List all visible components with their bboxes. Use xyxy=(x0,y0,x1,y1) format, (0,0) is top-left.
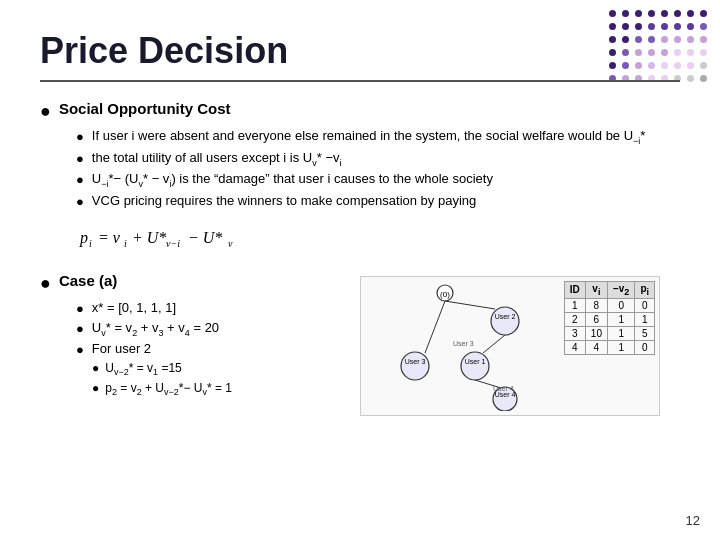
sub-bullet-icon-2-1: ● xyxy=(76,301,84,316)
svg-point-12 xyxy=(461,352,489,380)
sub-bullet-2-2: ● Uv* = v2 + v3 + v4 = 20 xyxy=(76,320,340,338)
table-header-id: ID xyxy=(564,281,585,298)
svg-line-19 xyxy=(425,301,445,353)
network-graph-svg: (0) User 2 User 1 User 3 User 4 xyxy=(365,281,535,411)
sub-bullet-text-1-1: If user i were absent and everyone else … xyxy=(92,128,646,146)
table-header-pi: pi xyxy=(635,281,655,298)
ss-icon-1: ● xyxy=(92,361,99,375)
svg-text:i: i xyxy=(124,238,127,249)
formula-svg: p i = v i + U* v−i − U* v xyxy=(76,219,276,255)
sub-bullet-1-4: ● VCG pricing requires the winners to ma… xyxy=(76,193,680,209)
page-number: 12 xyxy=(686,513,700,528)
cell-x2-1: 0 xyxy=(607,298,634,312)
svg-text:User 3: User 3 xyxy=(453,340,474,347)
table-header-vi: vi xyxy=(585,281,607,298)
sub-bullet-icon-2-2: ● xyxy=(76,321,84,336)
main-bullet-1: ● Social Opportunity Cost xyxy=(40,100,680,122)
cell-vi-3: 10 xyxy=(585,326,607,340)
cell-x2-3: 1 xyxy=(607,326,634,340)
main-bullet-label-1: Social Opportunity Cost xyxy=(59,100,231,117)
sub-bullet-text-2-2: Uv* = v2 + v3 + v4 = 20 xyxy=(92,320,219,338)
svg-text:+ U*: + U* xyxy=(132,229,166,246)
svg-text:i: i xyxy=(89,238,92,249)
svg-text:= v: = v xyxy=(98,229,121,246)
section-social-opportunity-cost: ● Social Opportunity Cost ● If user i we… xyxy=(40,100,680,258)
svg-text:p: p xyxy=(79,229,88,247)
sub-bullet-1-3: ● U−i*− (Uv* − vi) is the “damage” that … xyxy=(76,171,680,189)
case-a-diagram: (0) User 2 User 1 User 3 User 4 xyxy=(360,272,680,416)
sub-bullet-2-3: ● For user 2 xyxy=(76,341,340,357)
svg-text:v−i: v−i xyxy=(166,238,180,249)
case-a-text: ● Case (a) ● x* = [0, 1, 1, 1] ● Uv* = v… xyxy=(40,272,340,416)
cell-id-2: 2 xyxy=(564,312,585,326)
sub-bullet-text-2-1: x* = [0, 1, 1, 1] xyxy=(92,300,176,315)
svg-text:User 4: User 4 xyxy=(495,391,516,398)
cell-vi-2: 6 xyxy=(585,312,607,326)
case-diagram-box: (0) User 2 User 1 User 3 User 4 xyxy=(360,276,660,416)
svg-text:v: v xyxy=(228,238,233,249)
svg-point-14 xyxy=(401,352,429,380)
svg-text:User 3: User 3 xyxy=(405,358,426,365)
ss-text-2: p2 = v2 + Uv−2*− Uv* = 1 xyxy=(105,381,232,397)
formula-block: p i = v i + U* v−i − U* v xyxy=(76,219,680,258)
svg-text:User 2: User 2 xyxy=(495,313,516,320)
cell-pi-2: 1 xyxy=(635,312,655,326)
sub-bullet-1-1: ● If user i were absent and everyone els… xyxy=(76,128,680,146)
cell-id-1: 1 xyxy=(564,298,585,312)
cell-vi-1: 8 xyxy=(585,298,607,312)
svg-line-20 xyxy=(483,335,505,353)
cell-id-3: 3 xyxy=(564,326,585,340)
cell-pi-3: 5 xyxy=(635,326,655,340)
table-row: 1 8 0 0 xyxy=(564,298,654,312)
sub-bullets-2: ● x* = [0, 1, 1, 1] ● Uv* = v2 + v3 + v4… xyxy=(76,300,340,358)
main-bullet-label-2: Case (a) xyxy=(59,272,117,289)
cell-id-4: 4 xyxy=(564,340,585,354)
svg-text:− U*: − U* xyxy=(188,229,222,246)
table-row: 3 10 1 5 xyxy=(564,326,654,340)
main-bullet-2: ● Case (a) xyxy=(40,272,340,294)
main-bullet-icon-1: ● xyxy=(40,101,51,122)
slide-title: Price Decision xyxy=(40,30,680,82)
cell-pi-1: 0 xyxy=(635,298,655,312)
sub-sub-bullet-1: ● Uv−2* = v1 =15 xyxy=(92,361,340,377)
sub-bullet-icon-1-3: ● xyxy=(76,172,84,187)
ss-text-1: Uv−2* = v1 =15 xyxy=(105,361,182,377)
sub-bullets-1: ● If user i were absent and everyone els… xyxy=(76,128,680,209)
sub-bullet-1-2: ● the total utility of all users except … xyxy=(76,150,680,168)
slide-container: Price Decision ● Social Opportunity Cost… xyxy=(0,0,720,540)
svg-text:User 1: User 1 xyxy=(465,358,486,365)
svg-text:User 4: User 4 xyxy=(493,385,514,392)
sub-bullet-text-2-3: For user 2 xyxy=(92,341,151,356)
table-header-x2: −v2 xyxy=(607,281,634,298)
ss-icon-2: ● xyxy=(92,381,99,395)
svg-line-18 xyxy=(445,301,495,309)
case-a-table: ID vi −v2 pi 1 8 0 0 xyxy=(564,281,655,355)
sub-bullet-icon-1-4: ● xyxy=(76,194,84,209)
sub-bullet-2-1: ● x* = [0, 1, 1, 1] xyxy=(76,300,340,316)
cell-vi-4: 4 xyxy=(585,340,607,354)
sub-bullet-icon-2-3: ● xyxy=(76,342,84,357)
sub-sub-bullets: ● Uv−2* = v1 =15 ● p2 = v2 + Uv−2*− Uv* … xyxy=(92,361,340,397)
sub-bullet-text-1-3: U−i*− (Uv* − vi) is the “damage” that us… xyxy=(92,171,493,189)
svg-text:(0): (0) xyxy=(440,290,450,299)
table-row: 4 4 1 0 xyxy=(564,340,654,354)
cell-x2-2: 1 xyxy=(607,312,634,326)
section-case-a-container: ● Case (a) ● x* = [0, 1, 1, 1] ● Uv* = v… xyxy=(40,272,680,416)
sub-bullet-text-1-2: the total utility of all users except i … xyxy=(92,150,342,168)
sub-bullet-icon-1-2: ● xyxy=(76,151,84,166)
svg-point-10 xyxy=(491,307,519,335)
sub-bullet-icon-1-1: ● xyxy=(76,129,84,144)
cell-x2-4: 1 xyxy=(607,340,634,354)
table-row: 2 6 1 1 xyxy=(564,312,654,326)
main-bullet-icon-2: ● xyxy=(40,273,51,294)
cell-pi-4: 0 xyxy=(635,340,655,354)
sub-sub-bullet-2: ● p2 = v2 + Uv−2*− Uv* = 1 xyxy=(92,381,340,397)
sub-bullet-text-1-4: VCG pricing requires the winners to make… xyxy=(92,193,476,208)
